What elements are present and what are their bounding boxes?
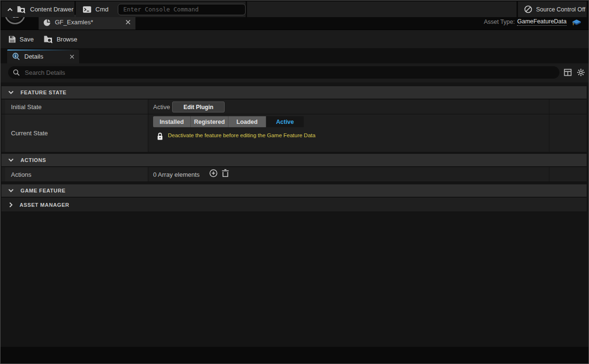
content-drawer-button[interactable]: Content Drawer bbox=[1, 1, 74, 17]
content-drawer-icon bbox=[17, 5, 26, 13]
asset-type-label: Asset Type: bbox=[484, 19, 515, 25]
initial-state-label: Initial State bbox=[5, 100, 148, 114]
details-panel-icon: i bbox=[12, 52, 20, 61]
display-filter-icon[interactable] bbox=[563, 68, 572, 77]
chevron-right-icon bbox=[9, 202, 13, 208]
section-actions[interactable]: ACTIONS bbox=[1, 154, 587, 167]
details-tab-label: Details bbox=[24, 53, 70, 60]
row-end-cell bbox=[549, 167, 587, 182]
lock-icon bbox=[157, 132, 163, 141]
panel-tab-strip bbox=[0, 48, 589, 63]
save-button[interactable]: Save bbox=[5, 32, 39, 46]
row-gutter bbox=[1, 114, 5, 152]
search-details-input[interactable] bbox=[24, 69, 555, 77]
current-state-label: Current State bbox=[5, 114, 148, 152]
state-registered[interactable]: Registered bbox=[191, 116, 228, 127]
unreal-editor-window: u File Edit Asset Window Tools Help GF_E… bbox=[0, 0, 589, 364]
chevron-down-icon bbox=[8, 91, 14, 94]
initial-state-value-cell: Active Edit Plugin bbox=[148, 100, 549, 114]
deactivate-warning: Deactivate the feature before editing th… bbox=[157, 132, 317, 141]
state-active[interactable]: Active bbox=[266, 116, 304, 127]
row-gutter bbox=[1, 167, 5, 182]
console-command-input[interactable] bbox=[118, 4, 246, 15]
section-feature-state-label: FEATURE STATE bbox=[21, 90, 66, 95]
warning-text: Deactivate the feature before editing th… bbox=[168, 132, 317, 141]
section-game-feature-label: GAME FEATURE bbox=[21, 188, 65, 193]
add-element-icon[interactable] bbox=[209, 169, 217, 177]
actions-label: Actions bbox=[5, 167, 148, 182]
cmd-terminal-icon bbox=[83, 6, 92, 13]
source-control-button[interactable]: Source Control Off bbox=[518, 1, 587, 17]
current-state-value-cell: Installed Registered Loaded Active Deact… bbox=[148, 114, 549, 152]
array-tools bbox=[209, 169, 229, 177]
asset-type-link[interactable]: GameFeatureData bbox=[517, 18, 567, 26]
browse-button[interactable]: Browse bbox=[41, 32, 82, 46]
content-drawer-label: Content Drawer bbox=[30, 6, 73, 13]
initial-state-row: Initial State Active Edit Plugin bbox=[1, 100, 587, 114]
row-end-cell bbox=[549, 114, 587, 152]
actions-row: Actions 0 Array elements bbox=[1, 167, 587, 182]
browse-icon bbox=[43, 35, 53, 43]
status-bar-spacer bbox=[247, 1, 517, 17]
game-feature-data-icon bbox=[43, 19, 51, 26]
save-icon bbox=[8, 35, 16, 43]
clear-array-icon[interactable] bbox=[222, 169, 229, 177]
search-details-box[interactable] bbox=[8, 66, 559, 79]
chevron-down-icon bbox=[8, 189, 14, 192]
feature-state-switcher: Installed Registered Loaded Active bbox=[153, 116, 304, 127]
row-gutter bbox=[1, 100, 5, 114]
edit-plugin-button[interactable]: Edit Plugin bbox=[172, 101, 225, 112]
chevron-down-icon bbox=[8, 158, 14, 162]
row-end-cell bbox=[549, 100, 587, 114]
details-tab-close-icon[interactable] bbox=[70, 54, 74, 59]
source-control-label: Source Control Off bbox=[536, 6, 585, 13]
asset-type-indicator: Asset Type: GameFeatureData bbox=[484, 18, 567, 26]
initial-state-value: Active bbox=[153, 103, 170, 111]
asset-tab-close-icon[interactable] bbox=[125, 20, 131, 25]
cmd-label: Cmd bbox=[95, 6, 108, 13]
current-state-row: Current State Installed Registered Loade… bbox=[1, 114, 587, 152]
console-segment: Cmd bbox=[76, 1, 246, 17]
source-control-off-icon bbox=[524, 5, 532, 13]
asset-manager-subsection[interactable]: ASSET MANAGER bbox=[1, 198, 587, 212]
actions-value-cell: 0 Array elements bbox=[148, 167, 549, 182]
status-bar bbox=[0, 347, 589, 364]
state-loaded[interactable]: Loaded bbox=[228, 116, 266, 127]
actions-array-count: 0 Array elements bbox=[153, 171, 200, 178]
details-view-icons bbox=[563, 68, 586, 77]
save-label: Save bbox=[20, 36, 34, 43]
details-tab[interactable]: i Details bbox=[7, 50, 79, 63]
state-installed[interactable]: Installed bbox=[153, 116, 191, 127]
section-game-feature[interactable]: GAME FEATURE bbox=[1, 184, 587, 197]
section-feature-state[interactable]: FEATURE STATE bbox=[1, 86, 587, 99]
search-icon bbox=[13, 69, 20, 76]
asset-manager-label: ASSET MANAGER bbox=[20, 202, 69, 208]
section-actions-label: ACTIONS bbox=[21, 157, 46, 163]
browse-label: Browse bbox=[57, 36, 77, 43]
chevron-up-icon bbox=[7, 8, 13, 11]
details-settings-gear-icon[interactable] bbox=[576, 68, 586, 77]
asset-class-icon bbox=[571, 17, 582, 27]
asset-toolbar: Save Browse bbox=[0, 30, 589, 48]
asset-tab-title: GF_Examles* bbox=[55, 19, 125, 26]
